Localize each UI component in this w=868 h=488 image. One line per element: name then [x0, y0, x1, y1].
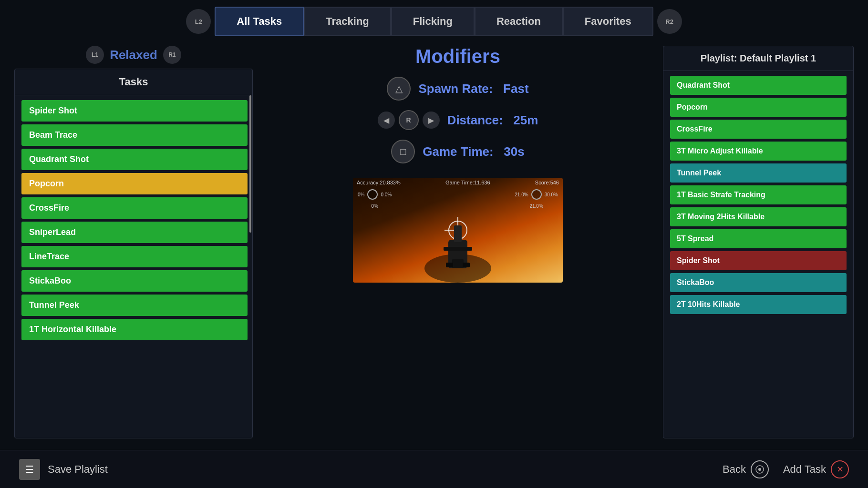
distance-row: ◀ R ▶ Distance: 25m	[378, 110, 538, 130]
game-time-hud-label: Game Time:11.636	[445, 180, 490, 185]
center-panel: Modifiers △ Spawn Rate: Fast ◀ R	[262, 46, 653, 438]
game-time-icon: □	[391, 140, 415, 163]
task-item[interactable]: Quadrant Shot	[21, 149, 248, 170]
difficulty-row: L1 Relaxed R1	[14, 46, 253, 64]
playlist-item[interactable]: StickaBoo	[670, 273, 847, 292]
weapon-silhouette	[420, 221, 496, 283]
task-item[interactable]: Popcorn	[21, 173, 248, 194]
right-panel: Playlist: Default Playlist 1 Quadrant Sh…	[663, 46, 854, 438]
preview-circles-right: 21.0% 30.0% 21.0%	[515, 189, 558, 209]
preview-hud: Accuracy:20.833% Game Time:11.636 Score:…	[353, 180, 563, 185]
l1-button[interactable]: L1	[86, 46, 104, 64]
bottom-right: Back Add Task ✕	[723, 460, 849, 478]
nav-tab-favorites[interactable]: Favorites	[563, 7, 653, 36]
playlist-item[interactable]: Tunnel Peek	[670, 163, 847, 183]
svg-rect-2	[444, 247, 472, 251]
nav-tab-all-tasks[interactable]: All Tasks	[215, 7, 304, 36]
distance-value: Distance: 25m	[447, 113, 538, 128]
game-time-row: □ Game Time: 30s	[391, 140, 524, 163]
top-nav: L2 All TasksTrackingFlickingReactionFavo…	[0, 0, 868, 41]
task-item[interactable]: Beam Trace	[21, 124, 248, 146]
distance-left-arrow[interactable]: ◀	[378, 112, 395, 129]
spawn-rate-icon: △	[387, 77, 411, 101]
task-item[interactable]: StickaBoo	[21, 270, 248, 292]
playlist-item[interactable]: Spider Shot	[670, 251, 847, 270]
modifiers-title: Modifiers	[415, 46, 500, 67]
nav-tab-reaction[interactable]: Reaction	[475, 7, 563, 36]
preview-circles-left: 0% 0.0% 0%	[358, 189, 392, 209]
scroll-indicator	[249, 95, 251, 233]
x-circle-icon: ✕	[831, 460, 849, 478]
back-button[interactable]: Back	[723, 460, 769, 478]
add-task-button[interactable]: Add Task ✕	[783, 460, 849, 478]
tasks-list: Spider ShotBeam TraceQuadrant ShotPopcor…	[15, 95, 252, 438]
distance-right-arrow[interactable]: ▶	[423, 112, 440, 129]
task-item[interactable]: CrossFire	[21, 197, 248, 219]
playlist-panel: Playlist: Default Playlist 1 Quadrant Sh…	[663, 46, 854, 438]
task-item[interactable]: Spider Shot	[21, 100, 248, 122]
playlist-header: Playlist: Default Playlist 1	[663, 46, 853, 71]
l2-shoulder[interactable]: L2	[186, 9, 211, 34]
r2-shoulder[interactable]: R2	[657, 9, 682, 34]
spawn-rate-row: △ Spawn Rate: Fast	[387, 77, 528, 101]
nav-tab-tracking[interactable]: Tracking	[304, 7, 391, 36]
task-item[interactable]: LineTrace	[21, 246, 248, 267]
save-playlist-button[interactable]: Save Playlist	[48, 463, 108, 476]
nav-tab-flicking[interactable]: Flicking	[391, 7, 475, 36]
playlist-item[interactable]: Popcorn	[670, 98, 847, 117]
bottom-left: ☰ Save Playlist	[19, 459, 108, 480]
svg-rect-4	[452, 259, 464, 268]
r1-button[interactable]: R1	[163, 46, 181, 64]
task-item[interactable]: SniperLead	[21, 222, 248, 243]
add-task-label: Add Task	[783, 463, 826, 476]
svg-rect-6	[463, 263, 470, 267]
accuracy-label: Accuracy:20.833%	[357, 180, 401, 185]
task-item[interactable]: Tunnel Peek	[21, 295, 248, 316]
distance-nav: ◀ R ▶	[378, 110, 440, 130]
playlist-item[interactable]: 2T 10Hits Killable	[670, 295, 847, 314]
playlist-item[interactable]: Quadrant Shot	[670, 76, 847, 95]
playlist-list: Quadrant ShotPopcornCrossFire3T Micro Ad…	[663, 71, 853, 438]
bottom-bar: ☰ Save Playlist Back Add Task ✕	[0, 450, 868, 488]
tasks-header: Tasks	[15, 69, 252, 95]
playlist-item[interactable]: CrossFire	[670, 120, 847, 139]
task-item[interactable]: 1T Horizontal Killable	[21, 319, 248, 340]
spawn-rate-label: Spawn Rate: Fast	[418, 81, 528, 96]
left-panel: L1 Relaxed R1 Tasks Spider ShotBeam Trac…	[14, 46, 253, 438]
distance-btn[interactable]: R	[399, 110, 419, 130]
svg-rect-5	[446, 263, 453, 267]
main-layout: L1 Relaxed R1 Tasks Spider ShotBeam Trac…	[0, 41, 868, 438]
score-label: Score:546	[535, 180, 559, 185]
difficulty-label: Relaxed	[110, 48, 157, 62]
tasks-panel: Tasks Spider ShotBeam TraceQuadrant Shot…	[14, 69, 253, 438]
game-preview: Accuracy:20.833% Game Time:11.636 Score:…	[353, 178, 563, 283]
svg-point-8	[758, 468, 761, 471]
back-circle-icon	[751, 460, 769, 478]
back-label: Back	[723, 463, 746, 476]
playlist-item[interactable]: 5T Spread	[670, 229, 847, 248]
playlist-item[interactable]: 3T Micro Adjust Killable	[670, 142, 847, 161]
save-icon: ☰	[19, 459, 40, 480]
game-time-label: Game Time: 30s	[423, 144, 524, 159]
playlist-item[interactable]: 3T Moving 2Hits Killable	[670, 207, 847, 226]
playlist-item[interactable]: 1T Basic Strafe Tracking	[670, 185, 847, 204]
svg-rect-3	[454, 225, 462, 242]
